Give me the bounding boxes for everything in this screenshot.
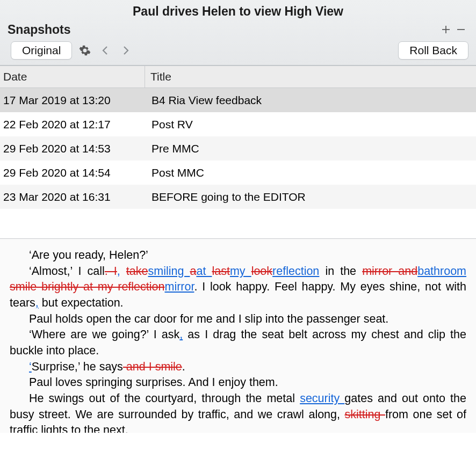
diff-deletion: take [126, 265, 148, 278]
diff-deletion: and I smile [123, 360, 182, 373]
gear-icon [78, 44, 91, 57]
table-row[interactable]: 23 Mar 2020 at 16:31BEFORE going to the … [0, 185, 476, 209]
diff-paragraph: Paul loves springing surprises. And I en… [10, 375, 466, 391]
table-row[interactable]: 29 Feb 2020 at 14:53Pre MMC [0, 136, 476, 161]
snapshots-table: Date Title 17 Mar 2019 at 13:20B4 Ria Vi… [0, 65, 476, 238]
add-snapshot-button[interactable] [438, 22, 453, 37]
diff-deletion: skitting [345, 408, 385, 421]
column-header-date[interactable]: Date [0, 66, 145, 88]
diff-text-span: Paul holds open the car door for me and … [29, 312, 388, 325]
remove-snapshot-button[interactable] [453, 22, 468, 37]
original-button[interactable]: Original [11, 41, 72, 60]
prev-button[interactable] [98, 43, 113, 58]
toolbar-row-1: Snapshots [0, 21, 476, 39]
header: Paul drives Helen to view High View Snap… [0, 0, 476, 65]
diff-deletion: last [212, 265, 229, 278]
snapshot-diff-pane: ‘Are you ready, Helen?’ ‘Almost,’ I call… [0, 238, 476, 433]
table-row[interactable]: 22 Feb 2020 at 12:17Post RV [0, 112, 476, 136]
page-title: Paul drives Helen to view High View [0, 0, 476, 21]
cell-title: Post RV [145, 118, 476, 131]
table-row[interactable]: 17 Mar 2019 at 13:20B4 Ria View feedback [0, 88, 476, 112]
rollback-button[interactable]: Roll Back [398, 41, 468, 60]
plus-icon [441, 24, 451, 35]
diff-insertion: at [196, 265, 212, 278]
diff-text-span: He swings out of the courtyard, through … [29, 392, 300, 405]
diff-text-span: ‘Are you ready, Helen?’ [29, 249, 148, 261]
table-filler [0, 209, 476, 233]
diff-paragraph: He swings out of the courtyard, through … [10, 391, 466, 433]
diff-paragraph: ‘Almost,’ I call. I, takesmiling aat las… [10, 264, 466, 311]
chevron-left-icon [102, 45, 109, 56]
diff-text-span [120, 265, 126, 278]
table-header: Date Title [0, 66, 476, 88]
diff-deletion: . I [105, 265, 117, 278]
diff-insertion: , [117, 265, 120, 278]
diff-text-span: Paul loves springing surprises. And I en… [29, 376, 278, 389]
diff-text-span: ‘Almost,’ I call [29, 265, 105, 278]
minus-icon [456, 24, 466, 35]
diff-insertion: reflection [272, 265, 319, 278]
cell-date: 29 Feb 2020 at 14:53 [0, 142, 145, 155]
cell-date: 29 Feb 2020 at 14:54 [0, 166, 145, 179]
chevron-right-icon [122, 45, 129, 56]
diff-insertion: security [300, 392, 344, 405]
cell-title: Post MMC [145, 166, 476, 179]
settings-button[interactable] [77, 43, 92, 58]
diff-text-span: . [182, 360, 185, 373]
diff-deletion: smile brightly at my reflection [10, 280, 164, 293]
diff-insertion: my [230, 265, 251, 278]
cell-date: 17 Mar 2019 at 13:20 [0, 94, 145, 107]
diff-text: ‘Are you ready, Helen?’ ‘Almost,’ I call… [10, 247, 466, 433]
diff-paragraph: ‘Where are we going?’ I ask, as I drag t… [10, 327, 466, 359]
cell-title: Pre MMC [145, 142, 476, 155]
diff-deletion: look [251, 265, 272, 278]
column-header-title[interactable]: Title [145, 66, 476, 88]
diff-text-span: Surprise,’ he says [32, 360, 123, 373]
diff-paragraph: ‘Are you ready, Helen?’ [10, 247, 466, 264]
diff-deletion: a [190, 265, 196, 278]
diff-paragraph: Paul holds open the car door for me and … [10, 311, 466, 327]
diff-insertion: mirror [164, 280, 194, 293]
cell-date: 22 Feb 2020 at 12:17 [0, 118, 145, 131]
next-button[interactable] [118, 43, 133, 58]
cell-title: B4 Ria View feedback [145, 94, 476, 107]
toolbar-row-2: Original Roll Back [0, 39, 476, 65]
cell-date: 23 Mar 2020 at 16:31 [0, 191, 145, 203]
diff-text-span: but expectation. [39, 296, 124, 309]
diff-insertion: bathroom [417, 265, 466, 278]
diff-paragraph: ‘Surprise,’ he says and I smile. [10, 359, 466, 375]
cell-title: BEFORE going to the EDITOR [145, 191, 476, 203]
table-row[interactable]: 29 Feb 2020 at 14:54Post MMC [0, 161, 476, 185]
table-body: 17 Mar 2019 at 13:20B4 Ria View feedback… [0, 88, 476, 238]
snapshots-label: Snapshots [8, 23, 438, 37]
diff-insertion: smiling [148, 265, 190, 278]
diff-text-span: ‘Where are we going?’ I ask [29, 328, 179, 341]
diff-text-span: in the [319, 265, 362, 278]
diff-deletion: mirror and [362, 265, 417, 278]
